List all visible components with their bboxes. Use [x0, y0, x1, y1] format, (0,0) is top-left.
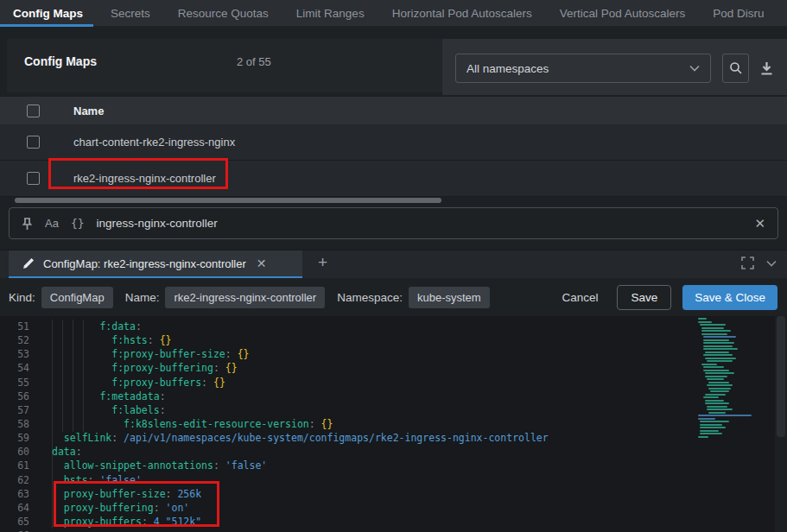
- scrollbar-thumb[interactable]: [777, 316, 785, 437]
- column-header-name: Name: [73, 104, 104, 117]
- kind-value-badge: ConfigMap: [41, 287, 113, 308]
- dock-tab-strip: ConfigMap: rke2-ingress-nginx-controller…: [0, 250, 787, 278]
- tab-limit-ranges[interactable]: Limit Ranges: [296, 7, 365, 20]
- line-number: 62: [0, 473, 29, 487]
- dock-tab-title: ConfigMap: rke2-ingress-nginx-controller: [43, 257, 246, 270]
- row-checkbox[interactable]: [27, 136, 40, 149]
- line-number: 54: [0, 361, 29, 375]
- resource-tab-bar: Config MapsSecretsResource QuotasLimit R…: [0, 0, 787, 26]
- name-label: Name:: [125, 291, 160, 304]
- search-input[interactable]: ingress-nginx-controller: [97, 217, 755, 230]
- line-number: 51: [0, 320, 29, 333]
- chevron-down-icon: [689, 65, 700, 72]
- line-number: 63: [0, 487, 29, 501]
- tab-pod-disru[interactable]: Pod Disru: [713, 7, 764, 20]
- pin-icon[interactable]: [22, 218, 33, 231]
- kind-label: Kind:: [9, 291, 35, 304]
- table-row[interactable]: chart-content-rke2-ingress-nginx: [0, 124, 787, 161]
- line-number: 60: [0, 445, 29, 459]
- expand-icon[interactable]: [741, 256, 754, 269]
- editor-toolbar: Kind: ConfigMap Name: rke2-ingress-nginx…: [0, 278, 787, 316]
- lens-configmaps-view: Config MapsSecretsResource QuotasLimit R…: [0, 0, 787, 532]
- save-and-close-button[interactable]: Save & Close: [682, 285, 777, 310]
- item-count: 2 of 55: [237, 55, 271, 68]
- pencil-icon: [22, 257, 35, 269]
- tab-horizontal-pod-autoscalers[interactable]: Horizontal Pod Autoscalers: [392, 7, 532, 20]
- line-number: 64: [0, 501, 29, 515]
- name-value-badge: rke2-ingress-nginx-controller: [165, 287, 325, 308]
- namespace-label: Namespace:: [337, 291, 403, 304]
- tab-secrets[interactable]: Secrets: [111, 7, 150, 20]
- cancel-button[interactable]: Cancel: [562, 291, 598, 304]
- download-icon: [759, 61, 774, 76]
- close-tab-icon[interactable]: ✕: [257, 256, 267, 270]
- configmap-name: chart-content-rke2-ingress-nginx: [73, 136, 235, 149]
- editor-minimap[interactable]: [696, 318, 770, 439]
- search-icon: [729, 61, 743, 75]
- tab-config-maps[interactable]: Config Maps: [13, 7, 83, 20]
- line-number: 58: [0, 417, 29, 431]
- configmap-name: rke2-ingress-nginx-controller: [73, 172, 216, 185]
- page-title: Config Maps: [24, 54, 97, 68]
- search-button[interactable]: [722, 54, 749, 83]
- editor-vertical-scrollbar[interactable]: [775, 316, 787, 532]
- configmap-table-body: chart-content-rke2-ingress-nginxrke2-ing…: [0, 124, 787, 197]
- table-search-bar[interactable]: Aa {} ingress-nginx-controller ✕: [9, 207, 778, 239]
- regex-toggle[interactable]: {}: [71, 217, 85, 230]
- line-number: 52: [0, 333, 29, 347]
- line-number: 57: [0, 403, 29, 417]
- line-number: 56: [0, 390, 29, 403]
- line-number: 53: [0, 347, 29, 361]
- dock-tab-configmap-editor[interactable]: ConfigMap: rke2-ingress-nginx-controller…: [9, 250, 302, 276]
- row-checkbox[interactable]: [27, 172, 40, 185]
- clear-search-icon[interactable]: ✕: [754, 216, 765, 231]
- horizontal-scrollbar-thumb[interactable]: [15, 198, 441, 203]
- line-number: 61: [0, 459, 29, 472]
- new-tab-button[interactable]: +: [313, 253, 333, 272]
- download-button[interactable]: [753, 54, 780, 83]
- line-number: 65: [0, 515, 29, 529]
- active-tab-underline: [0, 24, 93, 27]
- yaml-editor[interactable]: 51 f:data:52 f:hsts: {}53 f:proxy-buffer…: [0, 316, 787, 532]
- line-number: 66: [0, 529, 29, 532]
- namespace-select-value: All namespaces: [466, 62, 549, 75]
- namespace-select[interactable]: All namespaces: [455, 54, 711, 83]
- table-header-row: Name: [0, 97, 787, 124]
- save-button[interactable]: Save: [617, 285, 671, 310]
- table-row[interactable]: rke2-ingress-nginx-controller: [0, 161, 787, 197]
- match-case-toggle[interactable]: Aa: [45, 217, 59, 230]
- namespace-value-badge: kube-system: [409, 287, 490, 308]
- line-number: 55: [0, 376, 29, 390]
- line-number: 59: [0, 431, 29, 445]
- tab-resource-quotas[interactable]: Resource Quotas: [178, 7, 269, 20]
- tab-vertical-pod-autoscalers[interactable]: Vertical Pod Autoscalers: [560, 7, 686, 20]
- select-all-checkbox[interactable]: [27, 104, 40, 117]
- chevron-down-icon[interactable]: [766, 260, 777, 267]
